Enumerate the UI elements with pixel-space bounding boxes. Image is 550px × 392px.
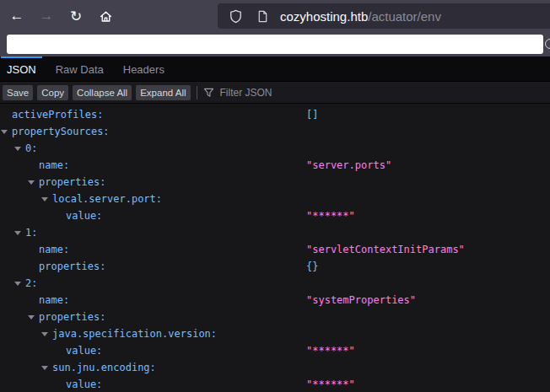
json-value: "******" xyxy=(306,342,355,359)
reload-icon[interactable]: ↻ xyxy=(64,4,88,28)
json-key: name: xyxy=(0,157,69,174)
twisty-icon[interactable] xyxy=(28,315,35,320)
json-key: properties: xyxy=(0,258,105,275)
tab-headers[interactable]: Headers xyxy=(117,56,170,81)
toolbar-separator xyxy=(197,86,197,99)
json-row[interactable]: 1: xyxy=(0,224,550,241)
save-button[interactable]: Save xyxy=(3,85,33,100)
json-key: value: xyxy=(0,342,102,359)
home-icon[interactable] xyxy=(94,4,117,28)
search-icon[interactable] xyxy=(545,39,550,49)
json-value: {} xyxy=(306,258,318,275)
collapse-all-button[interactable]: Collapse All xyxy=(73,85,132,100)
back-icon[interactable]: ← xyxy=(5,4,29,28)
json-row[interactable]: java.specification.version: xyxy=(0,325,550,342)
json-key: value: xyxy=(0,207,102,224)
twisty-icon[interactable] xyxy=(1,130,8,134)
json-key: propertySources: xyxy=(0,123,110,140)
json-key: sun.jnu.encoding: xyxy=(0,359,156,376)
json-row[interactable]: name:"servletContextInitParams" xyxy=(0,241,550,258)
expand-all-button[interactable]: Expand All xyxy=(136,85,190,100)
json-row[interactable]: propertySources: xyxy=(0,123,550,140)
url-host: cozyhosting.htb xyxy=(280,9,368,24)
twisty-icon[interactable] xyxy=(14,231,21,235)
json-key: value: xyxy=(0,376,102,392)
twisty-icon[interactable] xyxy=(41,197,48,201)
page-icon xyxy=(256,10,269,23)
json-row[interactable]: 2: xyxy=(0,275,550,292)
twisty-icon[interactable] xyxy=(14,147,21,151)
json-row[interactable]: 0: xyxy=(0,140,550,157)
tab-raw-data[interactable]: Raw Data xyxy=(50,56,110,81)
url-bar[interactable]: cozyhosting.htb/actuator/env xyxy=(218,3,550,29)
json-tree: activeProfiles:[]propertySources:0:name:… xyxy=(0,104,550,392)
copy-button[interactable]: Copy xyxy=(37,85,68,100)
twisty-icon[interactable] xyxy=(14,282,21,286)
twisty-icon[interactable] xyxy=(41,332,48,336)
json-row[interactable]: value:"******" xyxy=(0,207,550,224)
json-key: properties: xyxy=(0,309,105,325)
json-row[interactable]: sun.jnu.encoding: xyxy=(0,359,550,376)
json-row[interactable]: local.server.port: xyxy=(0,191,550,207)
filter-icon xyxy=(203,87,214,98)
viewer-toolbar-buttons: SaveCopyCollapse AllExpand All xyxy=(3,85,195,100)
json-value: "******" xyxy=(306,376,355,392)
json-key: java.specification.version: xyxy=(0,325,217,342)
json-value: [] xyxy=(306,106,318,123)
search-row xyxy=(0,32,550,56)
viewer-tabs: JSONRaw DataHeaders xyxy=(0,56,550,82)
json-key: name: xyxy=(0,241,69,258)
json-value: "servletContextInitParams" xyxy=(306,241,465,258)
url-text: cozyhosting.htb/actuator/env xyxy=(280,9,441,24)
shield-icon[interactable] xyxy=(229,9,243,24)
json-value: "systemProperties" xyxy=(306,292,416,309)
json-value: "server.ports" xyxy=(306,157,391,174)
search-input[interactable] xyxy=(7,35,543,54)
twisty-icon[interactable] xyxy=(41,366,48,370)
json-row[interactable]: name:"server.ports" xyxy=(0,157,550,174)
viewer-toolbar: SaveCopyCollapse AllExpand All xyxy=(0,82,550,104)
json-row[interactable]: value:"******" xyxy=(0,376,550,392)
json-key: name: xyxy=(0,292,69,309)
forward-icon[interactable]: → xyxy=(35,4,58,28)
filter-json-input[interactable] xyxy=(218,86,320,99)
json-row[interactable]: activeProfiles:[] xyxy=(0,106,550,123)
browser-toolbar: ← → ↻ cozyhosting.htb/actuator/env xyxy=(0,0,550,32)
json-key: local.server.port: xyxy=(0,191,162,207)
json-row[interactable]: value:"******" xyxy=(0,342,550,359)
json-value: "******" xyxy=(306,207,355,224)
json-key: activeProfiles: xyxy=(0,106,103,123)
json-row[interactable]: name:"systemProperties" xyxy=(0,292,550,309)
twisty-icon[interactable] xyxy=(28,180,35,185)
tab-json[interactable]: JSON xyxy=(1,56,42,81)
url-path: /actuator/env xyxy=(368,9,441,24)
json-key: properties: xyxy=(0,174,105,191)
json-row[interactable]: properties: xyxy=(0,309,550,325)
json-row[interactable]: properties:{} xyxy=(0,258,550,275)
json-row[interactable]: properties: xyxy=(0,174,550,191)
